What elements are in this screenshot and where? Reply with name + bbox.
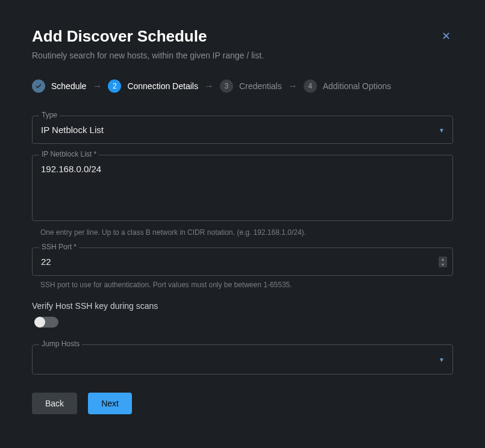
chevron-right-icon: → bbox=[288, 81, 298, 92]
netblock-label: IP Netblock List * bbox=[39, 150, 99, 158]
toggle-thumb bbox=[34, 317, 45, 328]
jumphosts-label: Jump Hosts bbox=[39, 340, 82, 348]
number-spinner[interactable]: ▲ ▼ bbox=[439, 257, 447, 267]
check-icon bbox=[35, 82, 42, 90]
type-label: Type bbox=[39, 111, 60, 119]
next-button[interactable]: Next bbox=[88, 393, 132, 414]
sshport-label: SSH Port * bbox=[39, 243, 79, 251]
step-circle-active: 2 bbox=[108, 79, 121, 93]
step-additional-options[interactable]: 4 Additional Options bbox=[304, 79, 392, 93]
page-title: Add Discover Schedule bbox=[32, 27, 207, 46]
step-credentials[interactable]: 3 Credentials bbox=[220, 79, 282, 93]
stepper: Schedule → 2 Connection Details → 3 Cred… bbox=[32, 79, 453, 93]
spinner-down-icon[interactable]: ▼ bbox=[439, 262, 447, 267]
step-label: Credentials bbox=[239, 81, 282, 91]
close-button[interactable]: ✕ bbox=[439, 27, 453, 45]
step-label: Connection Details bbox=[127, 81, 198, 91]
netblock-textarea[interactable] bbox=[32, 155, 453, 221]
step-circle-completed bbox=[32, 79, 45, 93]
step-label: Schedule bbox=[51, 81, 86, 91]
jumphosts-select[interactable] bbox=[32, 344, 453, 375]
step-connection-details[interactable]: 2 Connection Details bbox=[108, 79, 198, 93]
sshport-helper: SSH port to use for authentication. Port… bbox=[32, 281, 453, 289]
step-circle-pending: 4 bbox=[304, 79, 317, 93]
netblock-helper: One entry per line. Up to a class B netw… bbox=[32, 228, 453, 237]
close-icon: ✕ bbox=[442, 30, 451, 42]
back-button[interactable]: Back bbox=[32, 393, 77, 414]
verify-label: Verify Host SSH key during scans bbox=[32, 301, 453, 311]
verify-toggle[interactable] bbox=[37, 317, 58, 328]
sshport-input[interactable] bbox=[32, 247, 453, 276]
step-circle-pending: 3 bbox=[220, 79, 233, 93]
spinner-up-icon[interactable]: ▲ bbox=[439, 257, 447, 262]
step-label: Additional Options bbox=[323, 81, 392, 91]
chevron-right-icon: → bbox=[92, 81, 102, 92]
step-schedule[interactable]: Schedule bbox=[32, 79, 86, 93]
page-subtitle: Routinely search for new hosts, within t… bbox=[32, 51, 453, 60]
type-select[interactable]: IP Netblock List bbox=[32, 116, 453, 144]
chevron-right-icon: → bbox=[204, 81, 214, 92]
